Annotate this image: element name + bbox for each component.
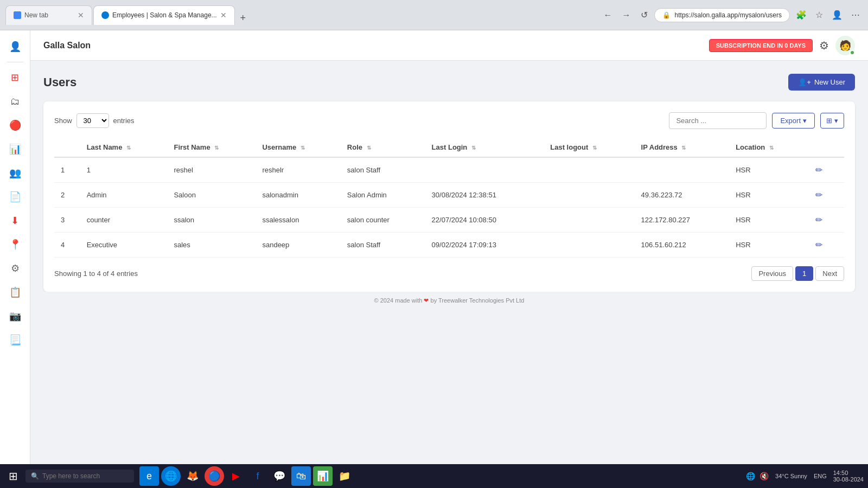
taskbar-app-store[interactable]: 🛍	[291, 466, 311, 486]
search-input[interactable]	[669, 112, 767, 129]
avatar[interactable]: 🧑	[835, 36, 855, 55]
browser-chrome: New tab ✕ Employees | Salon & Spa Manage…	[0, 0, 868, 30]
cell-last-name-0: 1	[80, 157, 168, 183]
taskbar-app-skype[interactable]: 💬	[270, 466, 289, 486]
export-button[interactable]: Export ▾	[772, 113, 815, 129]
page-1-button[interactable]: 1	[795, 266, 813, 281]
new-user-button[interactable]: 👤+ New User	[788, 74, 855, 91]
cell-last-login-2: 22/07/2024 10:08:50	[425, 208, 544, 233]
app-title: Galla Salon	[43, 41, 91, 50]
extensions-btn[interactable]: 🧩	[793, 8, 809, 22]
cell-location-2: HSR	[729, 208, 807, 233]
col-header-location[interactable]: Location ⇅	[729, 138, 807, 157]
back-button[interactable]: ←	[601, 8, 616, 22]
taskbar-app-youtube[interactable]: ▶	[226, 466, 246, 486]
cell-location-3: HSR	[729, 233, 807, 258]
users-table: Last Name ⇅ First Name ⇅ Username ⇅ Role…	[54, 138, 844, 258]
previous-button[interactable]: Previous	[751, 266, 793, 281]
start-button[interactable]: ⊞	[4, 467, 22, 485]
header-right: SUBSCRIPTION END IN 0 DAYS ⚙ 🧑	[709, 36, 855, 55]
more-btn[interactable]: ⋯	[848, 8, 863, 22]
entries-info: Showing 1 to 4 of 4 entries	[54, 269, 138, 278]
cell-role-1: Salon Admin	[341, 183, 425, 208]
tab-employees[interactable]: Employees | Salon & Spa Manage... ✕	[93, 5, 235, 25]
sidebar-item-users[interactable]: 👥	[4, 162, 26, 184]
table-row: 2 Admin Saloon salonadmin Salon Admin 30…	[54, 183, 844, 208]
sidebar-item-chart[interactable]: 📊	[4, 138, 26, 160]
user-profile-btn[interactable]: 👤	[829, 8, 845, 22]
col-header-first-name[interactable]: First Name ⇅	[167, 138, 256, 157]
taskbar-wifi-icon: 🌐	[746, 472, 755, 480]
star-btn[interactable]: ☆	[813, 8, 826, 22]
taskbar-app-facebook[interactable]: f	[248, 466, 267, 486]
settings-gear-button[interactable]: ⚙	[819, 39, 829, 52]
cell-username-3: sandeep	[256, 233, 340, 258]
cell-last-login-1: 30/08/2024 12:38:51	[425, 183, 544, 208]
sidebar-item-camera[interactable]: 📷	[4, 305, 26, 327]
footer-text: © 2024 made with ❤ by Treewalker Technol…	[374, 297, 525, 304]
sort-icon-first-name: ⇅	[214, 145, 219, 151]
sidebar-item-user[interactable]: 👤	[4, 36, 26, 57]
sidebar-item-alert[interactable]: 🔴	[4, 114, 26, 136]
taskbar-search-box[interactable]: 🔍	[25, 470, 134, 483]
sidebar-item-settings[interactable]: ⚙	[4, 258, 26, 279]
edit-button-2[interactable]: ✏	[813, 214, 825, 226]
address-bar[interactable]: 🔒 https://salon.galla.app/mysalon/users	[654, 8, 790, 22]
col-header-role[interactable]: Role ⇅	[341, 138, 425, 157]
tab-employees-label: Employees | Salon & Spa Manage...	[112, 11, 217, 19]
sidebar-item-dashboard[interactable]: ⊞	[4, 67, 26, 88]
url-text: https://salon.galla.app/mysalon/users	[675, 11, 782, 19]
cell-last-logout-3	[544, 233, 634, 258]
tab-new-close[interactable]: ✕	[78, 11, 84, 20]
sidebar-item-report[interactable]: 📋	[4, 281, 26, 303]
sidebar-item-document[interactable]: 📄	[4, 186, 26, 208]
subscription-badge: SUBSCRIPTION END IN 0 DAYS	[709, 39, 813, 52]
forward-button[interactable]: →	[619, 8, 634, 22]
tab-new[interactable]: New tab ✕	[5, 5, 92, 25]
edit-button-3[interactable]: ✏	[813, 239, 825, 251]
cell-edit-2: ✏	[807, 208, 844, 233]
lock-icon: 🔒	[662, 11, 671, 19]
entries-select[interactable]: 30 10 25 50 100	[76, 113, 109, 128]
edit-button-1[interactable]: ✏	[813, 189, 825, 201]
col-header-ip-address[interactable]: IP Address ⇅	[635, 138, 730, 157]
pagination: Previous 1 Next	[751, 266, 844, 281]
new-user-label: New User	[814, 78, 845, 86]
new-tab-button[interactable]: +	[236, 11, 251, 25]
sort-icon-last-name: ⇅	[126, 145, 131, 151]
taskbar-time: 14:50	[833, 470, 864, 476]
col-header-last-name[interactable]: Last Name ⇅	[80, 138, 168, 157]
taskbar-app-edge[interactable]: 🌐	[161, 466, 181, 486]
heart-icon: ❤	[424, 297, 429, 304]
sidebar-item-folder[interactable]: 🗂	[4, 91, 26, 112]
tab-employees-close[interactable]: ✕	[220, 11, 227, 20]
grid-view-button[interactable]: ⊞ ▾	[820, 113, 844, 129]
sidebar-item-list[interactable]: 📃	[4, 329, 26, 351]
sidebar-item-map[interactable]: 📍	[4, 234, 26, 255]
taskbar-app-firefox[interactable]: 🦊	[183, 466, 202, 486]
cell-role-3: salon Staff	[341, 233, 425, 258]
edit-button-0[interactable]: ✏	[813, 164, 825, 176]
cell-username-2: ssalessalon	[256, 208, 340, 233]
col-header-last-logout[interactable]: Last logout ⇅	[544, 138, 634, 157]
taskbar-search-input[interactable]	[42, 472, 124, 480]
col-header-username[interactable]: Username ⇅	[256, 138, 340, 157]
taskbar-right: 🌐 🔇 34°C Sunny ENG 14:50 30-08-2024	[746, 470, 864, 483]
cell-last-logout-1	[544, 183, 634, 208]
page-title: Users	[43, 75, 76, 89]
cell-num-0: 1	[54, 157, 80, 183]
refresh-button[interactable]: ↺	[637, 8, 651, 22]
taskbar-app-files[interactable]: 📁	[335, 466, 354, 486]
taskbar-app-ie[interactable]: e	[139, 466, 159, 486]
main-content: Users 👤+ New User Show 30 10 25	[30, 61, 868, 488]
table-body: 1 1 reshel reshelr salon Staff HSR ✏ 2 A…	[54, 157, 844, 258]
taskbar-app-chrome[interactable]: 🔵	[205, 466, 224, 486]
cell-username-1: salonadmin	[256, 183, 340, 208]
export-label: Export	[780, 117, 801, 125]
sidebar-item-download[interactable]: ⬇	[4, 210, 26, 232]
table-header: Last Name ⇅ First Name ⇅ Username ⇅ Role…	[54, 138, 844, 157]
col-header-last-login[interactable]: Last Login ⇅	[425, 138, 544, 157]
next-button[interactable]: Next	[815, 266, 844, 281]
taskbar-app-green[interactable]: 📊	[313, 466, 333, 486]
cell-last-name-1: Admin	[80, 183, 168, 208]
